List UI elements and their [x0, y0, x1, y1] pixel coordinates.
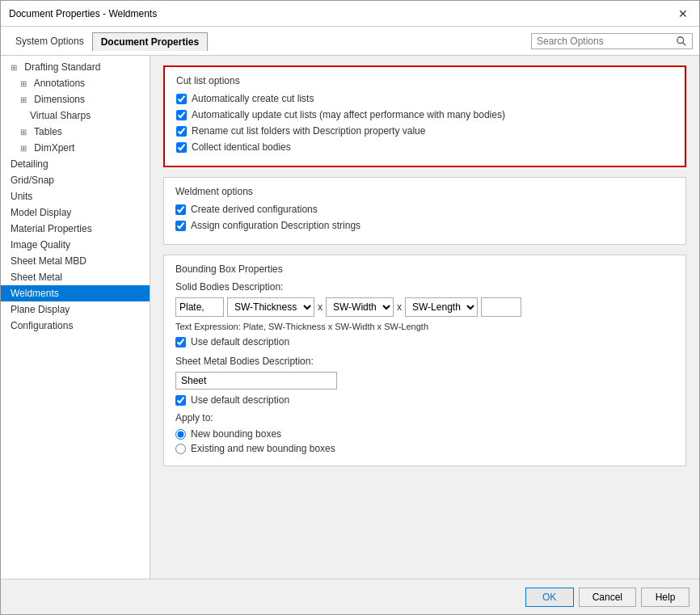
sidebar-item-image-quality[interactable]: Image Quality [1, 237, 150, 253]
sidebar-item-grid-snap[interactable]: Grid/Snap [1, 172, 150, 188]
use-default-sheet-label[interactable]: Use default description [191, 394, 289, 406]
ok-button[interactable]: OK [525, 588, 574, 607]
radio-existing-new[interactable] [175, 444, 186, 454]
cut-list-label-rename-folders[interactable]: Rename cut list folders with Description… [192, 125, 425, 137]
sidebar-item-annotations[interactable]: ⊞ Annotations [1, 75, 150, 91]
sidebar-item-configurations[interactable]: Configurations [1, 318, 150, 334]
cut-list-checkbox-row-2: Rename cut list folders with Description… [176, 125, 673, 137]
sidebar-item-dimxpert[interactable]: ⊞ DimXpert [1, 140, 150, 156]
footer: OK Cancel Help [1, 579, 699, 614]
tree-expand-icon: ⊞ [20, 95, 32, 104]
cut-list-label-collect-identical[interactable]: Collect identical bodies [192, 141, 291, 153]
search-input[interactable] [537, 36, 676, 47]
sidebar: ⊞ Drafting Standard⊞ Annotations⊞ Dimens… [1, 56, 150, 579]
radio-row-1: Existing and new bounding boxes [175, 443, 674, 454]
sw-length-select[interactable]: SW-Length [405, 297, 478, 317]
plate-input[interactable] [175, 297, 224, 317]
cut-list-checkbox-row-1: Automatically update cut lists (may affe… [176, 109, 673, 120]
use-default-solid-label[interactable]: Use default description [191, 336, 289, 348]
cut-list-checkbox-rename-folders[interactable] [176, 126, 187, 137]
sidebar-item-material-properties[interactable]: Material Properties [1, 221, 150, 237]
sidebar-item-dimensions[interactable]: ⊞ Dimensions [1, 91, 150, 107]
title-bar: Document Properties - Weldments ✕ [1, 1, 699, 27]
sheet-input[interactable] [175, 372, 337, 390]
radio-row-0: New bounding boxes [175, 428, 674, 440]
use-default-sheet-row: Use default description [175, 394, 674, 406]
sidebar-item-model-display[interactable]: Model Display [1, 204, 150, 221]
x-separator-1: x [318, 301, 323, 313]
cut-list-label-auto-update[interactable]: Automatically update cut lists (may affe… [192, 109, 505, 120]
main-panel: Cut list options Automatically create cu… [150, 56, 699, 579]
solid-bodies-row: SW-Thickness x SW-Width x SW-Length [175, 297, 674, 317]
sidebar-item-tables[interactable]: ⊞ Tables [1, 124, 150, 140]
sidebar-item-sheet-metal-mbd[interactable]: Sheet Metal MBD [1, 253, 150, 269]
sidebar-item-drafting-standard[interactable]: ⊞ Drafting Standard [1, 59, 150, 75]
sidebar-item-sheet-metal[interactable]: Sheet Metal [1, 269, 150, 285]
solid-bodies-label: Solid Bodies Description: [175, 281, 674, 293]
tab-system-options[interactable]: System Options [7, 32, 92, 50]
toolbar: System Options Document Properties [1, 27, 699, 56]
apply-to-section: Apply to: New bounding boxes Existing an… [175, 412, 674, 454]
apply-to-title: Apply to: [175, 412, 674, 423]
sw-width-select[interactable]: SW-Width [326, 297, 394, 317]
use-default-solid-row: Use default description [175, 336, 674, 348]
weldment-checkbox-row-1: Assign configuration Description strings [175, 220, 674, 231]
tab-document-properties[interactable]: Document Properties [92, 32, 208, 51]
sidebar-item-plane-display[interactable]: Plane Display [1, 301, 150, 318]
cancel-button[interactable]: Cancel [579, 588, 636, 607]
sidebar-item-detailing[interactable]: Detailing [1, 156, 150, 172]
svg-point-0 [677, 36, 684, 43]
radio-label-existing-new[interactable]: Existing and new bounding boxes [191, 443, 335, 454]
svg-line-1 [683, 42, 686, 45]
main-window: Document Properties - Weldments ✕ System… [0, 0, 700, 615]
cut-list-title: Cut list options [176, 75, 673, 86]
weldment-label-create-derived[interactable]: Create derived configurations [191, 204, 318, 215]
weldment-options-title: Weldment options [175, 186, 674, 197]
extra-field-input[interactable] [481, 297, 521, 317]
radio-new-bounding[interactable] [175, 429, 186, 440]
bounding-box-title: Bounding Box Properties [175, 263, 674, 275]
bounding-box-section: Bounding Box Properties Solid Bodies Des… [163, 255, 686, 466]
content-area: ⊞ Drafting Standard⊞ Annotations⊞ Dimens… [1, 56, 699, 579]
sheet-metal-label: Sheet Metal Bodies Description: [175, 356, 674, 367]
window-title: Document Properties - Weldments [9, 8, 157, 19]
tree-expand-icon: ⊞ [20, 128, 32, 137]
tree-expand-icon: ⊞ [20, 144, 32, 153]
sheet-input-row [175, 372, 674, 390]
use-default-solid-checkbox[interactable] [175, 337, 186, 348]
search-container [531, 33, 693, 49]
x-separator-2: x [397, 301, 402, 313]
tree-expand-icon: ⊞ [11, 63, 22, 72]
cut-list-checkbox-auto-create[interactable] [176, 94, 187, 104]
text-expression: Text Expression: Plate, SW-Thickness x S… [175, 322, 674, 331]
cut-list-options-section: Cut list options Automatically create cu… [163, 65, 686, 167]
weldment-checkbox-row-0: Create derived configurations [175, 204, 674, 215]
sidebar-item-weldments[interactable]: Weldments [1, 285, 150, 301]
tree-expand-icon: ⊞ [20, 79, 32, 88]
weldment-checkbox-assign-config[interactable] [175, 221, 186, 231]
weldment-checkbox-create-derived[interactable] [175, 204, 186, 215]
weldment-label-assign-config[interactable]: Assign configuration Description strings [191, 220, 361, 231]
close-button[interactable]: ✕ [675, 7, 691, 20]
help-button[interactable]: Help [641, 588, 689, 607]
cut-list-checkbox-row-0: Automatically create cut lists [176, 93, 673, 104]
sidebar-item-units[interactable]: Units [1, 188, 150, 204]
use-default-sheet-checkbox[interactable] [175, 395, 186, 406]
search-icon [676, 36, 687, 47]
sw-thickness-select[interactable]: SW-Thickness [227, 297, 314, 317]
weldment-options-section: Weldment options Create derived configur… [163, 177, 686, 245]
radio-label-new-bounding[interactable]: New bounding boxes [191, 428, 281, 440]
cut-list-checkbox-row-3: Collect identical bodies [176, 141, 673, 153]
cut-list-checkbox-auto-update[interactable] [176, 110, 187, 120]
sidebar-item-virtual-sharps[interactable]: Virtual Sharps [1, 107, 150, 124]
cut-list-label-auto-create[interactable]: Automatically create cut lists [192, 93, 314, 104]
cut-list-checkbox-collect-identical[interactable] [176, 142, 187, 153]
